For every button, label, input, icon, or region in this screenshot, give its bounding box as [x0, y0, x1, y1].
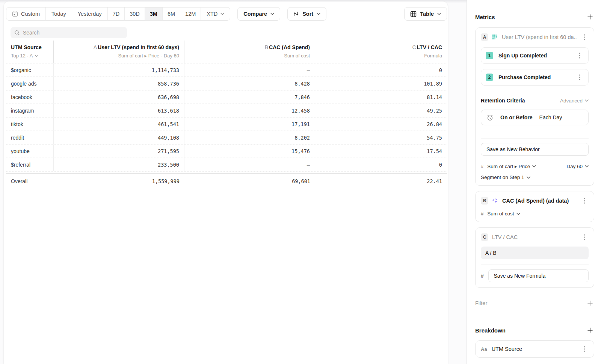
property-dropdown[interactable]: Sum of cost — [487, 211, 520, 217]
metric-card-b: B CAC (Ad Spend) (ad data) # Sum of cost — [475, 191, 594, 222]
funnel-step-2[interactable]: 2 Purchase Completed — [481, 69, 589, 86]
column-title: LTV / CAC — [417, 44, 442, 50]
table-row: $organic 1,114,733 – 0 — [6, 63, 447, 77]
formula-text: A / B — [485, 250, 497, 256]
compare-button[interactable]: Compare — [237, 7, 280, 21]
date-range-12m[interactable]: 12M — [180, 8, 201, 20]
column-header-utm-source[interactable]: UTM Source Top 12 · A — [6, 41, 54, 63]
view-type-button[interactable]: Table — [404, 7, 447, 21]
formula-input[interactable]: A / B — [481, 247, 589, 259]
search-icon — [14, 30, 20, 36]
kebab-icon — [584, 34, 585, 40]
metric-menu-button[interactable] — [580, 33, 589, 41]
chevron-down-icon — [220, 13, 224, 15]
row-label: facebook — [6, 90, 54, 104]
property-label: Sum of cost — [487, 211, 514, 217]
search-input[interactable] — [23, 30, 123, 36]
column-header-b[interactable]: BCAC (Ad Spend) Sum of cost — [184, 41, 315, 63]
retention-behavior-box[interactable]: On or Before Each Day — [481, 110, 589, 125]
cell-value: 81.14 — [315, 90, 447, 104]
date-range-7d[interactable]: 7D — [107, 8, 125, 20]
kebab-icon — [584, 234, 585, 240]
sort-button[interactable]: Sort — [287, 7, 326, 21]
metric-title: User LTV (spend in first 60 da... — [502, 34, 577, 40]
chevron-down-icon — [532, 165, 536, 167]
date-range-xtd[interactable]: XTD — [201, 8, 230, 20]
behavior-window[interactable]: Each Day — [539, 114, 562, 120]
metric-c-header[interactable]: C LTV / CAC — [481, 233, 589, 241]
sort-label: Sort — [302, 11, 313, 17]
number-type-icon: # — [481, 164, 483, 169]
plus-icon — [587, 301, 593, 306]
date-range-label: Custom — [21, 11, 40, 17]
cell-value: 17,191 — [184, 117, 315, 131]
breakdown-menu-button[interactable] — [580, 345, 589, 353]
measurement-property-row: # Sum of cart ▸ Price Day 60 — [481, 163, 589, 169]
sort-icon — [293, 11, 299, 17]
cell-value: 26.84 — [315, 117, 447, 131]
column-title: User LTV (spend in first 60 days) — [98, 44, 179, 50]
column-header-c[interactable]: CLTV / CAC Formula — [315, 41, 447, 63]
step-label: Purchase Completed — [498, 74, 570, 80]
metric-menu-button[interactable] — [580, 233, 589, 241]
save-as-new-formula-button[interactable]: Save as New Formula — [488, 269, 589, 282]
cell-value: 271,595 — [54, 144, 184, 158]
row-label: $referral — [6, 158, 54, 171]
chevron-down-icon — [270, 13, 274, 15]
row-label: tiktok — [6, 117, 54, 131]
row-limit-dropdown[interactable]: Top 12 · A — [11, 53, 48, 59]
date-range-3m[interactable]: 3M — [145, 8, 162, 20]
day-window-dropdown[interactable]: Day 60 — [566, 164, 589, 169]
retention-mode-dropdown[interactable]: Advanced — [560, 98, 589, 104]
column-header-a[interactable]: AUser LTV (spend in first 60 days) Sum o… — [54, 41, 184, 63]
row-label: $organic — [6, 63, 54, 77]
column-subtitle: Formula — [320, 53, 442, 59]
date-range-30d[interactable]: 30D — [124, 8, 145, 20]
column-letter: B — [265, 44, 268, 50]
date-range-today[interactable]: Today — [45, 8, 72, 20]
date-range-label: 3M — [150, 11, 157, 17]
step-menu-button[interactable] — [575, 51, 584, 60]
segment-on-step-dropdown[interactable]: Segment on Step 1 — [481, 174, 589, 180]
column-letter: A — [94, 44, 97, 50]
kebab-icon — [579, 74, 580, 80]
calendar-icon — [12, 11, 18, 17]
metric-menu-button[interactable] — [580, 197, 589, 205]
date-range-6m[interactable]: 6M — [162, 8, 180, 20]
number-type-icon: # — [481, 211, 483, 217]
cell-value: 8,202 — [184, 131, 315, 144]
plus-icon — [587, 14, 593, 20]
compare-label: Compare — [243, 11, 267, 17]
step-menu-button[interactable] — [575, 73, 584, 81]
save-as-new-behavior-button[interactable]: Save as New Behavior — [481, 143, 589, 156]
property-dropdown[interactable]: Sum of cart ▸ Price — [487, 163, 536, 169]
breakdown-item-utm-source[interactable]: Aa UTM Source — [475, 340, 594, 358]
metric-b-header[interactable]: B CAC (Ad Spend) (ad data) — [481, 197, 589, 205]
add-breakdown-button[interactable] — [586, 326, 594, 334]
sparkle-cursor-icon — [492, 198, 498, 204]
date-range-custom[interactable]: Custom — [6, 8, 45, 20]
cell-value: – — [184, 158, 315, 171]
add-filter-button[interactable] — [586, 299, 594, 307]
metric-letter-badge: B — [481, 197, 488, 205]
cell-value: 8,428 — [184, 77, 315, 90]
date-range-yesterday[interactable]: Yesterday — [72, 8, 107, 20]
report-card: Custom Today Yesterday 7D 30D 3M 6M 12M … — [4, 2, 448, 364]
metric-a-header[interactable]: A User LTV (spend in first 60 da... — [481, 33, 589, 41]
cell-value: 7,846 — [184, 90, 315, 104]
segment-label: Segment on Step 1 — [481, 174, 524, 180]
chevron-down-icon — [527, 176, 530, 179]
cell-value: 17.54 — [315, 144, 447, 158]
add-metric-button[interactable] — [586, 13, 594, 21]
behavior-condition[interactable]: On or Before — [500, 114, 533, 120]
cell-value: 54.75 — [315, 131, 447, 144]
chevron-down-icon — [317, 13, 320, 15]
save-behavior-label: Save as New Behavior — [486, 146, 540, 152]
step-number-badge: 2 — [486, 74, 493, 81]
row-label: Overall — [6, 174, 54, 189]
funnel-step-1[interactable]: 1 Sign Up Completed — [481, 47, 589, 64]
cell-value: 0 — [315, 63, 447, 77]
date-range-label: 12M — [185, 11, 196, 17]
step-label: Sign Up Completed — [498, 53, 570, 59]
cell-value: 101.89 — [315, 77, 447, 90]
